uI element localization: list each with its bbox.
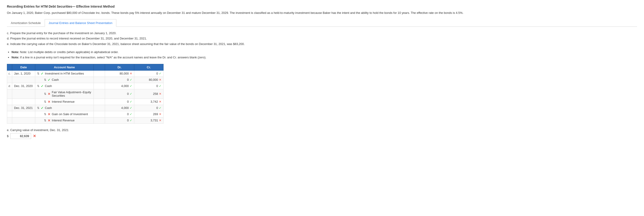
- row-cr-d21[interactable]: 0 ✓: [134, 105, 163, 111]
- dr-icon-c1: ✕: [130, 72, 132, 75]
- table-row: c. Jan. 1, 2020 ⇅ ✓ Investment in HTM Se…: [7, 70, 164, 77]
- dr-value-ir2: 0: [127, 119, 129, 122]
- row-dr-d2[interactable]: 0 ✓: [105, 89, 134, 98]
- col-header-sort: [94, 64, 105, 70]
- row-cr-ir2[interactable]: 3,731 ✕: [134, 117, 163, 124]
- table-row: d. Dec. 31, 2020 ⇅ ✓ Cash 4,000 ✓ 0 ✓: [7, 83, 164, 89]
- check-c2: ✓: [48, 78, 50, 82]
- dollar-sign: $: [7, 134, 8, 138]
- cr-value-g1: 269: [153, 112, 158, 116]
- row-account-d21[interactable]: ⇅ ✓ Cash: [35, 105, 94, 111]
- dr-icon-ir2: ✓: [130, 119, 132, 122]
- dr-icon-d1: ✓: [130, 84, 132, 88]
- description: On January 1, 2020, Baker Corp. purchase…: [7, 11, 560, 16]
- row-dr-d21[interactable]: 4,000 ✓: [105, 105, 134, 111]
- row-dr-d1[interactable]: 4,000 ✓: [105, 83, 134, 89]
- tab-amortization[interactable]: Amortization Schedule: [7, 19, 45, 27]
- row-cr-c2[interactable]: 80,000 ✕: [134, 77, 163, 83]
- page-title: Recording Entries for HTM Debt Securitie…: [7, 5, 637, 8]
- instructions-section: c. Prepare the journal entry for the pur…: [7, 31, 637, 47]
- row-cr-c1[interactable]: 0 ✓: [134, 70, 163, 77]
- col-header-rowlabel: [7, 64, 12, 70]
- row-cr-d1[interactable]: 0 ✓: [134, 83, 163, 89]
- account-name-d1: Cash: [45, 84, 52, 88]
- cr-icon-d3: ✕: [159, 100, 162, 103]
- note-2: Note: If a line in a journal entry isn't…: [12, 55, 637, 60]
- row-cr-d2[interactable]: 258 ✕: [134, 89, 163, 98]
- carrying-value-label: e. Carrying value of investment, Dec. 31…: [7, 128, 637, 132]
- cr-value-d21: 0: [156, 106, 158, 110]
- row-dr-g1[interactable]: 0 ✓: [105, 111, 134, 117]
- row-label-g1: [7, 111, 12, 117]
- x-d3: ✕: [48, 100, 50, 104]
- sort-arrows-d3: ⇅: [44, 100, 46, 103]
- row-date-ir2: [12, 117, 35, 124]
- notes-list: Note: Note: List multiple debits or cred…: [7, 49, 637, 60]
- dr-icon-d3: ✓: [130, 100, 132, 103]
- row-label-d1: d.: [7, 83, 12, 89]
- dr-icon-d2: ✓: [130, 92, 132, 95]
- row-label-d3: [7, 98, 12, 105]
- instruction-c: c. Prepare the journal entry for the pur…: [7, 31, 637, 36]
- note-1: Note: Note: List multiple debits or cred…: [12, 49, 637, 55]
- dr-value-d1: 4,000: [121, 84, 129, 88]
- row-ctrl-g1: [94, 111, 105, 117]
- row-account-d3[interactable]: ⇅ ✕ Interest Revenue: [35, 98, 94, 105]
- cr-icon-d21: ✓: [159, 106, 162, 110]
- account-name-d2: Fair Value Adjustment--Equity Securities: [52, 90, 92, 97]
- row-ctrl-d21: [94, 105, 105, 111]
- tab-journal[interactable]: Journal Entries and Balance Sheet Presen…: [45, 19, 116, 27]
- row-dr-c2[interactable]: 0 ✓: [105, 77, 134, 83]
- row-cr-g1[interactable]: 269 ✕: [134, 111, 163, 117]
- row-account-g1[interactable]: ⇅ ✕ Gain on Sale of Investment: [35, 111, 94, 117]
- row-date-d3: [12, 98, 35, 105]
- carrying-value-row: $ ✕: [7, 133, 637, 139]
- row-account-c2[interactable]: ⇅ ✓ Cash: [35, 77, 94, 83]
- col-header-cr: Cr.: [134, 64, 163, 70]
- dr-icon-d21: ✓: [130, 106, 132, 110]
- col-header-account: Account Name: [35, 64, 94, 70]
- dr-value-d3: 0: [127, 100, 129, 103]
- dr-icon-g1: ✓: [130, 112, 132, 116]
- cr-value-ir2: 3,731: [150, 119, 158, 122]
- row-label-d2: [7, 89, 12, 98]
- row-ctrl-c1: [94, 70, 105, 77]
- row-label-c: c.: [7, 70, 12, 77]
- table-row: ⇅ ✕ Gain on Sale of Investment 0 ✓ 269 ✕: [7, 111, 164, 117]
- row-account-d2[interactable]: ⇅ ✕ Fair Value Adjustment--Equity Securi…: [35, 89, 94, 98]
- x-d2: ✕: [48, 92, 50, 96]
- dr-icon-c2: ✓: [130, 78, 132, 81]
- sort-arrows-c1: ⇅: [37, 72, 40, 75]
- dr-value-d21: 4,000: [121, 106, 129, 110]
- row-date-c1: Jan. 1, 2020: [12, 70, 35, 77]
- row-ctrl-ir2: [94, 117, 105, 124]
- row-date-d1: Dec. 31, 2020: [12, 83, 35, 89]
- table-row: ⇅ ✕ Fair Value Adjustment--Equity Securi…: [7, 89, 164, 98]
- row-account-d1[interactable]: ⇅ ✓ Cash: [35, 83, 94, 89]
- table-row: Dec. 31, 2021 ⇅ ✓ Cash 4,000 ✓ 0 ✓: [7, 105, 164, 111]
- cr-icon-ir2: ✕: [159, 119, 162, 122]
- sort-arrows-c2: ⇅: [44, 78, 46, 81]
- row-account-ir2[interactable]: ⇅ ✕ Interest Revenue: [35, 117, 94, 124]
- cr-icon-g1: ✕: [159, 112, 162, 116]
- row-ctrl-d2: [94, 89, 105, 98]
- row-dr-d3[interactable]: 0 ✓: [105, 98, 134, 105]
- row-cr-d3[interactable]: 3,742 ✕: [134, 98, 163, 105]
- account-name-ir2: Interest Revenue: [52, 119, 75, 122]
- x-ir2: ✕: [48, 119, 50, 122]
- dr-value-d2: 0: [127, 92, 129, 95]
- cr-icon-d2: ✕: [159, 92, 162, 95]
- carrying-value-input[interactable]: [10, 133, 31, 139]
- row-label-ir2: [7, 117, 12, 124]
- instruction-d: d. Prepare the journal entries to record…: [7, 36, 637, 41]
- cr-icon-d1: ✓: [159, 84, 162, 88]
- row-account-c1[interactable]: ⇅ ✓ Investment in HTM Securities: [35, 70, 94, 77]
- account-name-c2: Cash: [52, 78, 59, 81]
- col-header-date: Date: [12, 64, 35, 70]
- row-date-d2: [12, 89, 35, 98]
- account-name-d21: Cash: [45, 106, 52, 110]
- row-dr-c1[interactable]: 80,000 ✕: [105, 70, 134, 77]
- dr-value-g1: 0: [127, 112, 129, 116]
- cr-value-d2: 258: [153, 92, 158, 95]
- row-dr-ir2[interactable]: 0 ✓: [105, 117, 134, 124]
